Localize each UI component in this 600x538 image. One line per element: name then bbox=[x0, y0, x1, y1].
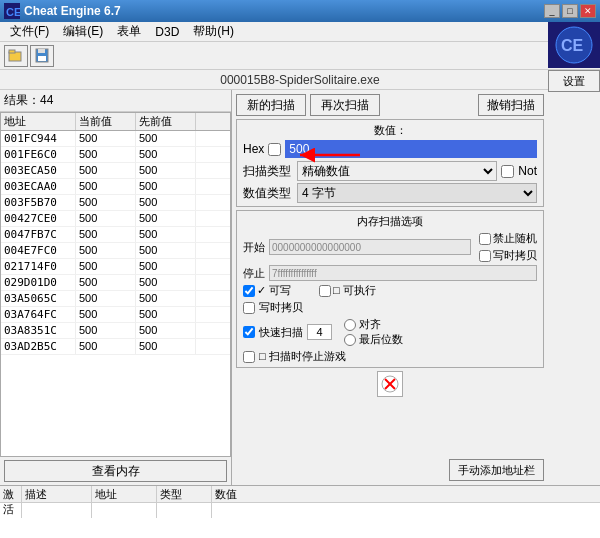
settings-button[interactable]: 设置 bbox=[548, 70, 600, 92]
stop-icon bbox=[381, 375, 399, 393]
settings-label: 设置 bbox=[563, 74, 585, 89]
col-type: 类型 bbox=[157, 486, 212, 518]
col-desc: 描述 bbox=[22, 486, 92, 518]
menu-help[interactable]: 帮助(H) bbox=[187, 22, 240, 41]
table-row[interactable]: 03AD2B5C 500 500 bbox=[1, 339, 230, 355]
scan-type-row: 扫描类型 精确数值 Not bbox=[243, 161, 537, 181]
svg-text:CE: CE bbox=[561, 37, 584, 54]
value-type-row: 数值类型 4 字节 bbox=[243, 183, 537, 203]
executable-label: □ 可执行 bbox=[333, 283, 376, 298]
table-row[interactable]: 029D01D0 500 500 bbox=[1, 275, 230, 291]
open-button[interactable] bbox=[4, 45, 28, 67]
right-checkboxes: 禁止随机 写时拷贝 bbox=[479, 231, 537, 263]
results-rows: 001FC944 500 500 001FE6C0 500 500 003ECA… bbox=[1, 131, 230, 361]
fast-scan-row: 快速扫描 对齐 最后位数 bbox=[243, 317, 537, 347]
stop-label: 停止 bbox=[243, 266, 265, 281]
table-row[interactable]: 03A764FC 500 500 bbox=[1, 307, 230, 323]
svg-rect-3 bbox=[9, 50, 15, 53]
disable-random-label: 禁止随机 bbox=[493, 231, 537, 246]
fast-scan-input[interactable] bbox=[307, 324, 332, 340]
fast-scan-label: 快速扫描 bbox=[259, 325, 303, 340]
table-row[interactable]: 0047FB7C 500 500 bbox=[1, 227, 230, 243]
executable-checkbox[interactable] bbox=[319, 285, 331, 297]
fast-scan-checkbox[interactable] bbox=[243, 326, 255, 338]
value-group-title: 数值： bbox=[243, 123, 537, 138]
table-row[interactable]: 03A5065C 500 500 bbox=[1, 291, 230, 307]
stop-row: 停止 bbox=[243, 265, 537, 281]
scan-type-select[interactable]: 精确数值 bbox=[297, 161, 497, 181]
open-icon bbox=[8, 48, 24, 64]
menu-file[interactable]: 文件(F) bbox=[4, 22, 55, 41]
copy-writable-row: 写时拷贝 bbox=[243, 300, 537, 315]
stop-input[interactable] bbox=[269, 265, 537, 281]
not-label: Not bbox=[518, 164, 537, 178]
col-val: 数值 bbox=[212, 486, 272, 518]
svg-text:CE: CE bbox=[6, 6, 20, 18]
table-row[interactable]: 003F5B70 500 500 bbox=[1, 195, 230, 211]
maximize-button[interactable]: □ bbox=[562, 4, 578, 18]
next-scan-button[interactable]: 再次扫描 bbox=[310, 94, 380, 116]
stop-button-row bbox=[236, 371, 544, 397]
col-previous: 先前值 bbox=[136, 113, 196, 130]
table-row[interactable]: 001FE6C0 500 500 bbox=[1, 147, 230, 163]
start-input[interactable] bbox=[269, 239, 471, 255]
menu-d3d[interactable]: D3D bbox=[149, 24, 185, 40]
writable-checkbox[interactable] bbox=[243, 285, 255, 297]
title-bar: CE Cheat Engine 6.7 _ □ ✕ bbox=[0, 0, 600, 22]
value-type-label: 数值类型 bbox=[243, 185, 293, 202]
scan-memory-button[interactable]: 查看内存 bbox=[4, 460, 227, 482]
main-content: 结果：44 地址 当前值 先前值 001FC944 500 500 001FE6… bbox=[0, 90, 600, 485]
align-label: 对齐 bbox=[359, 317, 381, 332]
svg-rect-5 bbox=[38, 56, 46, 61]
not-checkbox[interactable] bbox=[501, 165, 514, 178]
hex-row: Hex bbox=[243, 140, 537, 158]
menu-edit[interactable]: 编辑(E) bbox=[57, 22, 109, 41]
value-group: 数值： Hex 扫描类型 精确数值 Not bbox=[236, 119, 544, 207]
results-table: 地址 当前值 先前值 001FC944 500 500 001FE6C0 500… bbox=[0, 112, 231, 457]
app-icon: CE bbox=[4, 3, 20, 19]
address-bar: 000015B8-SpiderSolitaire.exe bbox=[0, 70, 600, 90]
table-row[interactable]: 003ECAA0 500 500 bbox=[1, 179, 230, 195]
col-address: 地址 bbox=[1, 113, 76, 130]
table-row[interactable]: 03A8351C 500 500 bbox=[1, 323, 230, 339]
value-input[interactable] bbox=[285, 140, 537, 158]
new-scan-button[interactable]: 新的扫描 bbox=[236, 94, 306, 116]
save-button[interactable] bbox=[30, 45, 54, 67]
close-button[interactable]: ✕ bbox=[580, 4, 596, 18]
scan-buttons-row: 新的扫描 再次扫描 撤销扫描 bbox=[236, 94, 544, 116]
scan-type-label: 扫描类型 bbox=[243, 163, 293, 180]
stop-button[interactable] bbox=[377, 371, 403, 397]
hex-label: Hex bbox=[243, 142, 264, 156]
table-row[interactable]: 021714F0 500 500 bbox=[1, 259, 230, 275]
table-row[interactable]: 00427CE0 500 500 bbox=[1, 211, 230, 227]
pause-game-checkbox[interactable] bbox=[243, 351, 255, 363]
last-digits-radio[interactable] bbox=[344, 334, 356, 346]
bottom-list-header: 激活 描述 地址 类型 数值 bbox=[0, 485, 600, 503]
results-header: 结果：44 bbox=[0, 90, 231, 112]
col-active: 激活 bbox=[0, 486, 22, 518]
hex-checkbox[interactable] bbox=[268, 143, 281, 156]
copy-writable-checkbox[interactable] bbox=[243, 302, 255, 314]
ce-logo-icon: CE bbox=[554, 25, 594, 65]
memory-options-title: 内存扫描选项 bbox=[243, 214, 537, 229]
table-row[interactable]: 003ECA50 500 500 bbox=[1, 163, 230, 179]
memory-options-group: 内存扫描选项 开始 禁止随机 写时拷贝 bbox=[236, 210, 544, 368]
menu-form[interactable]: 表单 bbox=[111, 22, 147, 41]
cancel-scan-button[interactable]: 撤销扫描 bbox=[478, 94, 544, 116]
table-row[interactable]: 004E7FC0 500 500 bbox=[1, 243, 230, 259]
fast-change-label: 写时拷贝 bbox=[493, 248, 537, 263]
process-name: 000015B8-SpiderSolitaire.exe bbox=[220, 73, 379, 87]
minimize-button[interactable]: _ bbox=[544, 4, 560, 18]
align-radio[interactable] bbox=[344, 319, 356, 331]
last-digits-label: 最后位数 bbox=[359, 332, 403, 347]
pause-game-row: □ 扫描时停止游戏 bbox=[243, 349, 537, 364]
value-type-select[interactable]: 4 字节 bbox=[297, 183, 537, 203]
table-row[interactable]: 001FC944 500 500 bbox=[1, 131, 230, 147]
window-title: Cheat Engine 6.7 bbox=[24, 4, 121, 18]
manual-add-button[interactable]: 手动添加地址栏 bbox=[449, 459, 544, 481]
menu-bar: 文件(F) 编辑(E) 表单 D3D 帮助(H) bbox=[0, 22, 600, 42]
fast-change-checkbox[interactable] bbox=[479, 250, 491, 262]
disable-random-checkbox[interactable] bbox=[479, 233, 491, 245]
svg-rect-6 bbox=[38, 49, 45, 53]
writable-row: ✓ 可写 □ 可执行 bbox=[243, 283, 537, 298]
